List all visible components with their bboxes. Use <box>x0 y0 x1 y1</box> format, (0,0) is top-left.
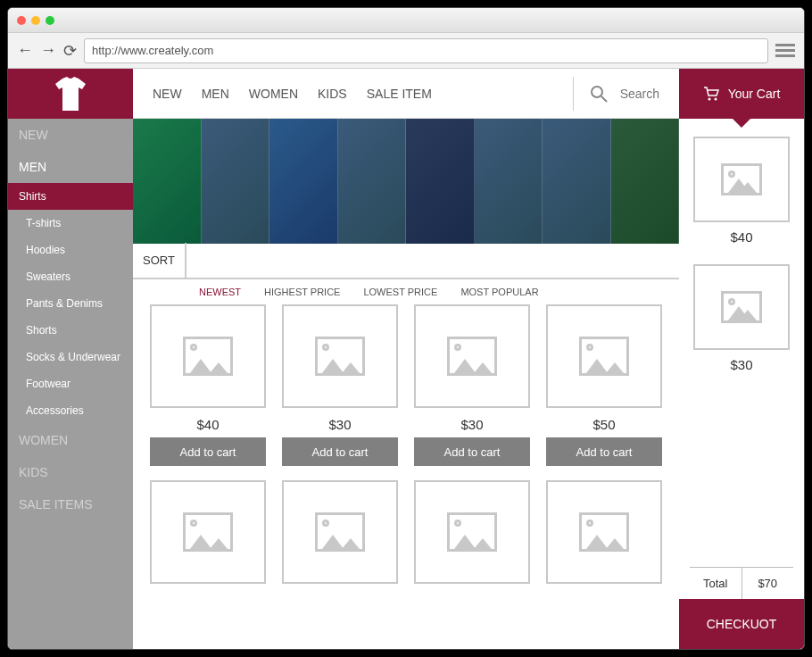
cart-total-value: $70 <box>742 568 794 599</box>
nav-men[interactable]: MEN <box>202 87 229 101</box>
forward-icon[interactable]: → <box>40 41 56 60</box>
svg-point-0 <box>592 87 602 97</box>
sidebar-item-kids[interactable]: KIDS <box>8 456 133 488</box>
product-image[interactable] <box>414 304 530 408</box>
sort-newest[interactable]: NEWEST <box>199 287 241 297</box>
sort-label: SORT <box>133 243 186 279</box>
product-image[interactable] <box>282 304 398 408</box>
add-to-cart-button[interactable]: Add to cart <box>150 437 266 466</box>
product-image[interactable] <box>282 480 398 584</box>
hamburger-icon[interactable] <box>775 44 795 57</box>
tshirt-icon <box>55 77 86 111</box>
sort-bar: SORT <box>133 244 679 279</box>
checkout-button[interactable]: CHECKUOT <box>679 599 804 649</box>
browser-toolbar: ← → ⟳ http://www.creately.com <box>8 33 804 69</box>
product-image[interactable] <box>414 480 530 584</box>
product-price: $30 <box>328 417 351 432</box>
close-dot[interactable] <box>17 16 26 25</box>
cart-icon <box>703 87 719 101</box>
nav-sale[interactable]: SALE ITEM <box>367 87 432 101</box>
sort-highest[interactable]: HIGHEST PRICE <box>264 287 340 297</box>
maximize-dot[interactable] <box>46 16 54 25</box>
sidebar-item-sale[interactable]: SALE ITEMS <box>8 488 133 520</box>
sidebar-sub-footwear[interactable]: Footwear <box>8 370 133 397</box>
add-to-cart-button[interactable]: Add to cart <box>282 437 398 466</box>
product-price: $30 <box>460 417 483 432</box>
sort-options: NEWEST HIGHEST PRICE LOWEST PRICE MOST P… <box>133 279 679 297</box>
logo[interactable] <box>8 69 133 119</box>
product-price: $50 <box>592 417 615 432</box>
cart-header-label: Your Cart <box>728 87 781 101</box>
cart-item-price: $30 <box>730 357 752 372</box>
tab-area <box>69 12 795 29</box>
sort-lowest[interactable]: LOWEST PRICE <box>363 287 437 297</box>
nav-new[interactable]: NEW <box>153 87 182 101</box>
product-price: $40 <box>196 417 219 432</box>
product-image[interactable] <box>546 480 662 584</box>
window-titlebar <box>8 8 804 33</box>
product-card: $50 Add to cart <box>545 304 663 466</box>
cart-total-label: Total <box>690 568 742 599</box>
sidebar-sub-shirts[interactable]: Shirts <box>8 183 133 210</box>
nav-kids[interactable]: KIDS <box>318 87 347 101</box>
cart-total: Total $70 <box>690 567 793 599</box>
product-card: $30 Add to cart <box>281 304 399 466</box>
reload-icon[interactable]: ⟳ <box>63 41 77 61</box>
product-card <box>413 480 531 584</box>
search-input[interactable]: Search <box>620 87 659 101</box>
sidebar-sub-socks[interactable]: Socks & Underwear <box>8 344 133 370</box>
product-image[interactable] <box>150 304 266 408</box>
sort-popular[interactable]: MOST POPULAR <box>460 287 538 297</box>
sidebar-item-new[interactable]: NEW <box>8 119 133 151</box>
back-icon[interactable]: ← <box>17 41 33 60</box>
sidebar-sub-hoodies[interactable]: Hoodies <box>8 237 133 263</box>
cart-item-price: $40 <box>730 229 752 245</box>
product-card <box>545 480 663 584</box>
sidebar: NEW MEN Shirts T-shirts Hoodies Sweaters… <box>8 119 133 649</box>
search-icon[interactable] <box>590 85 608 103</box>
url-bar[interactable]: http://www.creately.com <box>84 38 768 63</box>
cart-item[interactable] <box>693 137 790 222</box>
url-text: http://www.creately.com <box>92 44 213 57</box>
product-image[interactable] <box>546 304 662 408</box>
product-card: $30 Add to cart <box>413 304 531 466</box>
sidebar-sub-pants[interactable]: Pants & Denims <box>8 290 133 317</box>
product-card <box>281 480 399 584</box>
svg-line-1 <box>601 96 607 102</box>
add-to-cart-button[interactable]: Add to cart <box>414 437 530 466</box>
cart-header[interactable]: Your Cart <box>679 69 804 119</box>
nav-women[interactable]: WOMEN <box>249 87 298 101</box>
add-to-cart-button[interactable]: Add to cart <box>546 437 662 466</box>
sidebar-sub-accessories[interactable]: Accessories <box>8 397 133 424</box>
sidebar-item-men[interactable]: MEN <box>8 151 133 183</box>
product-card: $40 Add to cart <box>149 304 267 466</box>
sidebar-sub-sweaters[interactable]: Sweaters <box>8 263 133 290</box>
product-card <box>149 480 267 584</box>
sidebar-sub-tshirts[interactable]: T-shirts <box>8 210 133 237</box>
cart-item[interactable] <box>693 264 790 350</box>
product-image[interactable] <box>150 480 266 584</box>
svg-point-2 <box>708 98 710 101</box>
product-grid: $40 Add to cart $30 Add to cart $30 Add … <box>133 297 679 591</box>
svg-point-3 <box>714 98 717 101</box>
cart-body: $40 $30 Total $70 <box>679 119 804 599</box>
sidebar-item-women[interactable]: WOMEN <box>8 424 133 456</box>
top-nav: NEW MEN WOMEN KIDS SALE ITEM Search <box>133 69 679 119</box>
minimize-dot[interactable] <box>31 16 40 25</box>
sidebar-sub-shorts[interactable]: Shorts <box>8 317 133 344</box>
hero-banner <box>133 119 679 244</box>
